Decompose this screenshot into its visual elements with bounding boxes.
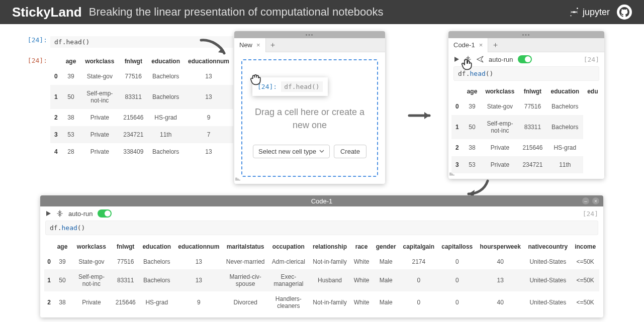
table-row: 150Self-emp-not-inc83311Bachelors13Marri… — [44, 269, 599, 291]
col-header: age — [463, 85, 482, 98]
chevron-down-icon — [319, 149, 324, 154]
col-header: education — [546, 85, 583, 98]
sticky-tabs: Code-1 × ＋ — [448, 38, 604, 52]
table-row: 238Private215646HS-grad9DivorcedHandlers… — [44, 291, 599, 313]
table-row: 150Self-emp-not-inc83311Bachelors13 — [50, 85, 233, 109]
close-icon[interactable]: × — [256, 41, 260, 49]
resize-handle[interactable] — [449, 173, 454, 178]
col-header: educationnum — [174, 239, 223, 254]
output-table: ageworkclassfnlwgteducationedu 039State-… — [451, 85, 602, 173]
col-header: age — [62, 55, 80, 68]
minimize-icon[interactable]: – — [582, 197, 589, 204]
send-icon[interactable] — [477, 56, 484, 63]
col-header: fnlwgt — [119, 55, 147, 68]
table-header-row: ageworkclassfnlwgteducationedu — [451, 85, 602, 98]
col-header: income — [571, 239, 599, 254]
sticky-panel-code[interactable]: ••• Code-1 × ＋ auto-run [24] df.head() a… — [448, 31, 604, 179]
col-header: hoursperweek — [476, 239, 524, 254]
dragged-cell-ghost: [24]: df.head() — [252, 77, 328, 96]
svg-point-1 — [570, 15, 571, 16]
col-header — [50, 55, 62, 68]
tab-label: Code-1 — [453, 41, 475, 49]
arrow-icon — [407, 110, 436, 122]
code-input[interactable]: df.head() — [45, 221, 598, 235]
exec-count: [24] — [584, 56, 599, 63]
col-header — [451, 85, 463, 98]
col-header: capitalloss — [438, 239, 476, 254]
autorun-label: auto-run — [68, 210, 93, 218]
table-row: 150Self-emp-not-inc83311Bachelors — [451, 115, 602, 139]
collapse-icon[interactable] — [465, 56, 472, 63]
arrow-icon — [199, 37, 229, 59]
cell-out-prompt: [24]: — [23, 50, 47, 160]
app-title: StickyLand — [12, 5, 82, 20]
table-row: 353Private23472111th — [451, 156, 602, 173]
col-header: nativecountry — [524, 239, 571, 254]
expanded-titlebar[interactable]: Code-1 – × — [40, 195, 603, 206]
col-header: maritalstatus — [223, 239, 268, 254]
col-header: education — [139, 239, 174, 254]
col-header: occupation — [268, 239, 309, 254]
table-row: 353Private23472111th7 — [50, 126, 233, 143]
create-button[interactable]: Create — [334, 145, 366, 158]
col-header: relationship — [309, 239, 350, 254]
col-header: age — [54, 239, 71, 254]
col-header: edu — [583, 85, 602, 98]
github-icon — [619, 7, 629, 17]
page-header: StickyLand Breaking the linear presentat… — [0, 0, 644, 24]
close-icon[interactable]: × — [592, 197, 599, 204]
code-input[interactable]: df.head() — [453, 66, 599, 81]
collapse-icon[interactable] — [56, 210, 63, 217]
sticky-tabs: New × ＋ — [234, 38, 385, 52]
col-header: fnlwgt — [518, 85, 546, 98]
exec-count: [24] — [583, 210, 598, 218]
col-header: workclass — [481, 85, 518, 98]
table-row: 039State-gov77516Bachelors — [451, 98, 602, 115]
cell-in-prompt: [24]: — [23, 36, 47, 48]
app-subtitle: Breaking the linear presentation of comp… — [89, 6, 384, 19]
table-row: 039State-gov77516Bachelors13Never-marrie… — [44, 254, 599, 269]
tab-new[interactable]: New × — [234, 38, 266, 52]
sticky-drag-handle[interactable]: ••• — [448, 31, 604, 38]
jupyter-logo: jupyter — [569, 7, 610, 18]
col-header: workclass — [71, 239, 112, 254]
close-icon[interactable]: × — [479, 41, 483, 49]
run-icon[interactable] — [453, 56, 459, 62]
resize-handle[interactable] — [235, 178, 240, 183]
add-tab-button[interactable]: ＋ — [266, 40, 280, 50]
col-header: capitalgain — [399, 239, 438, 254]
col-header — [44, 239, 54, 254]
sticky-toolbar: auto-run [24] — [40, 206, 603, 221]
github-link[interactable] — [617, 5, 632, 20]
autorun-label: auto-run — [489, 56, 513, 63]
cell-type-select[interactable]: Select new cell type — [253, 145, 330, 158]
add-tab-button[interactable]: ＋ — [488, 40, 502, 50]
output-table: ageworkclassfnlwgteducationeducationnum … — [50, 55, 233, 160]
tab-label: New — [239, 41, 252, 49]
output-table: ageworkclassfnlwgteducationeducationnumm… — [44, 239, 599, 313]
sticky-panel-expanded[interactable]: Code-1 – × auto-run [24] df.head() agewo… — [40, 195, 603, 317]
table-row: 039State-gov77516Bachelors13 — [50, 68, 233, 85]
table-header-row: ageworkclassfnlwgteducationeducationnumm… — [44, 239, 599, 254]
svg-point-0 — [577, 8, 578, 9]
jupyter-icon — [569, 7, 580, 18]
run-icon[interactable] — [45, 210, 51, 217]
table-row: 238Private215646HS-grad — [451, 139, 602, 156]
col-header: fnlwgt — [112, 239, 139, 254]
col-header: race — [350, 239, 373, 254]
dropzone-hint: Drag a cell here or create a new one — [252, 106, 367, 131]
sticky-toolbar: auto-run [24] — [448, 52, 604, 66]
expanded-title: Code-1 — [311, 197, 333, 205]
sticky-drag-handle[interactable]: ••• — [234, 31, 385, 38]
autorun-toggle[interactable] — [518, 55, 532, 63]
table-row: 238Private215646HS-grad9 — [50, 109, 233, 126]
col-header: education — [147, 55, 184, 68]
sticky-panel-new[interactable]: ••• New × ＋ [24]: df.head() Drag a cell … — [234, 31, 385, 184]
tab-code-1[interactable]: Code-1 × — [448, 38, 488, 52]
dropzone[interactable]: [24]: df.head() Drag a cell here or crea… — [241, 59, 378, 177]
col-header: gender — [373, 239, 399, 254]
autorun-toggle[interactable] — [98, 209, 112, 218]
col-header: workclass — [80, 55, 119, 68]
table-row: 428Private338409Bachelors13 — [50, 143, 233, 160]
